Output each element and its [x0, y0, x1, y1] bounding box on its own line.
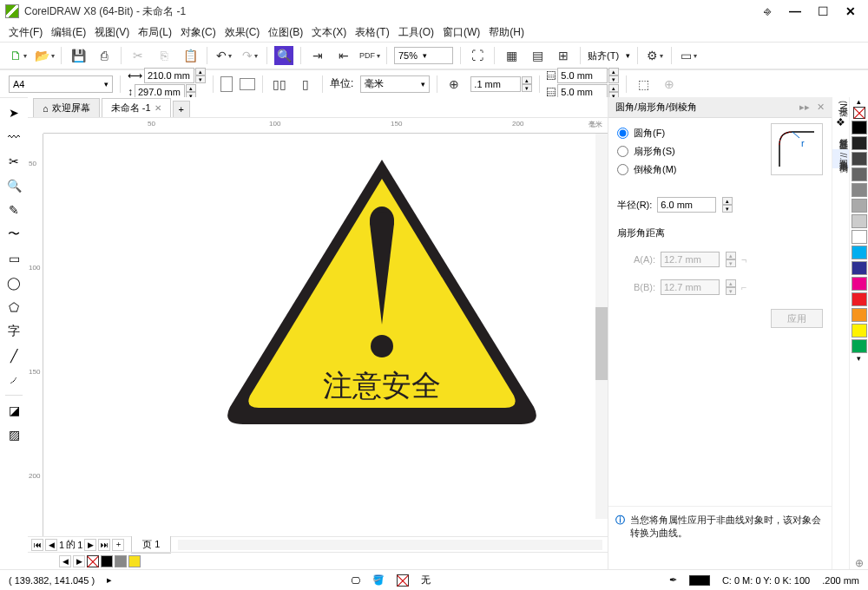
menu-edit[interactable]: 编辑(E): [51, 25, 86, 40]
zoom-tool[interactable]: 🔍: [4, 176, 23, 195]
options-button[interactable]: ⚙: [645, 46, 664, 65]
close-button[interactable]: ✕: [838, 3, 863, 19]
account-icon[interactable]: ⎆: [755, 3, 779, 19]
apply-button[interactable]: 应用: [771, 309, 823, 328]
swatch[interactable]: [852, 324, 867, 338]
swatch[interactable]: [852, 152, 867, 166]
first-page-button[interactable]: ⏮: [31, 539, 43, 551]
copy-button[interactable]: ⎘: [155, 46, 174, 65]
transparency-tool[interactable]: ▨: [4, 425, 23, 444]
close-icon[interactable]: ✕: [155, 103, 161, 113]
swatch[interactable]: [852, 308, 867, 322]
menu-bitmap[interactable]: 位图(B): [268, 25, 303, 40]
guidelines-button[interactable]: ⊞: [554, 46, 573, 65]
outline-color-swatch[interactable]: [689, 575, 710, 586]
print-button[interactable]: ⎙: [95, 46, 114, 65]
swatch[interactable]: [852, 214, 867, 228]
tab-add[interactable]: +: [173, 101, 190, 117]
scrollbar-horizontal[interactable]: [178, 540, 602, 550]
swatch[interactable]: [852, 246, 867, 259]
swatch[interactable]: [852, 277, 867, 291]
warning-sign[interactable]: 注意安全: [217, 151, 547, 446]
import-button[interactable]: ⇥: [308, 46, 327, 65]
fullscreen-button[interactable]: ⛶: [468, 46, 487, 65]
menu-layout[interactable]: 布局(L): [138, 25, 172, 40]
menu-tools[interactable]: 工具(O): [398, 25, 434, 40]
grid-button[interactable]: ▤: [528, 46, 547, 65]
swatch[interactable]: [852, 167, 867, 181]
crop-tool[interactable]: ✂: [4, 152, 23, 171]
dropshadow-tool[interactable]: ◪: [4, 401, 23, 420]
minimize-button[interactable]: —: [783, 3, 807, 19]
fill-indicator[interactable]: 🪣: [372, 574, 385, 586]
rectangle-tool[interactable]: ▭: [4, 249, 23, 268]
shape-tool[interactable]: 〰: [4, 128, 23, 147]
side-tab-objprop[interactable]: ❖: [832, 116, 849, 128]
swatch[interactable]: [852, 230, 867, 244]
export-button[interactable]: ⇤: [334, 46, 353, 65]
unit-combo[interactable]: 毫米▾: [360, 75, 430, 93]
nudge-input[interactable]: [470, 76, 521, 92]
current-page-button[interactable]: ▯: [296, 75, 315, 94]
scrollbar-vertical[interactable]: [595, 134, 608, 519]
radius-input[interactable]: [657, 197, 716, 213]
menu-window[interactable]: 窗口(W): [443, 25, 480, 40]
save-button[interactable]: 💾: [69, 46, 88, 65]
new-button[interactable]: 🗋: [9, 46, 28, 65]
last-page-button[interactable]: ⏭: [98, 539, 110, 551]
swatch[interactable]: [101, 555, 113, 567]
swatch[interactable]: [852, 261, 867, 275]
text-tool[interactable]: 字: [4, 322, 23, 341]
palette-left-button[interactable]: ◀: [59, 555, 71, 567]
swatch[interactable]: [852, 292, 867, 306]
swatch[interactable]: [852, 136, 867, 150]
page-width-input[interactable]: [144, 68, 194, 83]
redo-button[interactable]: ↷: [240, 46, 260, 65]
dupx-input[interactable]: [557, 68, 608, 83]
menu-table[interactable]: 表格(T): [355, 25, 389, 40]
add-page-button[interactable]: ＋: [112, 539, 124, 551]
radio-chamfer[interactable]: 倒棱角(M): [617, 163, 677, 176]
outline-pen-icon[interactable]: ✒: [669, 574, 677, 586]
color-proof-icon[interactable]: 🖵: [351, 575, 360, 586]
canvas[interactable]: 50100150200 注意安全: [28, 134, 608, 536]
artistic-tool[interactable]: 〜: [4, 225, 23, 244]
side-tab-hints[interactable]: 提示(N): [832, 97, 849, 116]
menu-text[interactable]: 文本(X): [312, 25, 346, 40]
tab-welcome[interactable]: ⌂欢迎屏幕: [33, 98, 100, 117]
docker-collapse-icon[interactable]: ▸▸: [799, 102, 810, 112]
swatch[interactable]: [115, 555, 127, 567]
zoom-combo[interactable]: 75%▾: [394, 47, 453, 64]
radio-fillet[interactable]: 圆角(F): [617, 127, 677, 140]
page-size-combo[interactable]: A4▾: [9, 75, 113, 93]
no-color-swatch[interactable]: [853, 107, 865, 119]
polygon-tool[interactable]: ⬠: [4, 298, 23, 317]
add-preset-button[interactable]: ⊕: [660, 75, 679, 94]
snap-dropdown[interactable]: 贴齐(T): [588, 49, 619, 62]
palette-down-button[interactable]: ▾: [850, 354, 868, 363]
swatch[interactable]: [852, 199, 867, 213]
paste-button[interactable]: 📋: [181, 46, 200, 65]
pdf-button[interactable]: PDF: [360, 46, 379, 65]
rulers-button[interactable]: ▦: [502, 46, 521, 65]
menu-view[interactable]: 视图(V): [95, 25, 129, 40]
menu-effect[interactable]: 效果(C): [225, 25, 260, 40]
palette-add-button[interactable]: ⊕: [850, 557, 868, 569]
swatch[interactable]: [852, 339, 867, 353]
next-page-button[interactable]: ▶: [84, 539, 96, 551]
swatch[interactable]: [852, 183, 867, 197]
swatch[interactable]: [128, 555, 141, 567]
docker-close-icon[interactable]: ✕: [817, 102, 825, 112]
swatch[interactable]: [852, 121, 867, 134]
prev-page-button[interactable]: ◀: [45, 539, 57, 551]
coords-menu-icon[interactable]: ▸: [107, 574, 112, 586]
portrait-button[interactable]: [220, 76, 233, 92]
open-button[interactable]: 📂: [35, 46, 54, 65]
launch-button[interactable]: ▭: [679, 46, 698, 65]
palette-right-button[interactable]: ▶: [73, 555, 85, 567]
palette-up-button[interactable]: ▴: [850, 97, 868, 106]
menu-file[interactable]: 文件(F): [9, 25, 43, 40]
landscape-button[interactable]: [240, 78, 255, 90]
tab-document[interactable]: 未命名 -1✕: [102, 98, 171, 117]
radio-scallop[interactable]: 扇形角(S): [617, 145, 677, 158]
